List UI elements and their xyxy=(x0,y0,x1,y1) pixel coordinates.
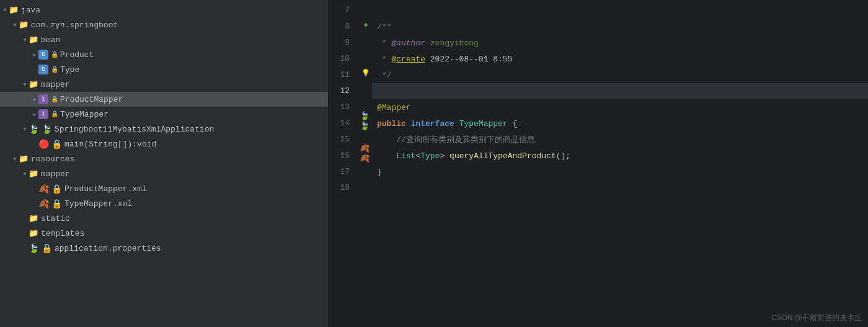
xml-icon-tmxml2: 🔒 xyxy=(51,199,62,209)
tree-item-resources[interactable]: 📁 resources xyxy=(0,151,328,166)
class-icon-productmapper: I xyxy=(38,94,48,104)
xml-icon-pmxml: 🍂 xyxy=(38,184,49,194)
gutter-9 xyxy=(360,32,372,48)
ln-16: 16 xyxy=(329,148,355,164)
label-productmapperxml: ProductMapper.xml xyxy=(64,184,147,194)
label-typemapper: TypeMapper xyxy=(60,110,108,119)
code-line-14: public interface TypeMapper { xyxy=(372,115,868,132)
code-token-10-1: * xyxy=(377,55,391,64)
gutter-17 xyxy=(360,161,372,177)
ln-14: 14 xyxy=(329,115,355,132)
folder-icon-static: 📁 xyxy=(29,213,38,223)
chevron-resources xyxy=(12,154,19,164)
ln-10: 10 xyxy=(329,51,355,67)
tree-item-product[interactable]: C 🔒 Product xyxy=(0,47,328,62)
gutter-14: 🍃🍃 xyxy=(360,113,372,129)
spring-icon-app2: 🍃 xyxy=(42,124,52,135)
code-lines[interactable]: /** * @author zengyihong * @create 2022-… xyxy=(372,0,868,327)
folder-icon-mapper2: 📁 xyxy=(29,169,38,179)
label-resources: resources xyxy=(31,155,74,164)
method-icon-main: 🔴 xyxy=(38,139,49,150)
method-icon-main2: 🔒 xyxy=(51,139,62,150)
chevron-productmapper xyxy=(32,94,38,104)
access-icon-productmapper: 🔒 xyxy=(51,96,58,103)
code-line-13: @Mapper xyxy=(372,99,868,115)
code-token-17-1: } xyxy=(377,168,382,177)
chevron-springapp xyxy=(22,124,29,134)
code-token-14-3: TypeMapper xyxy=(459,119,508,128)
tree-item-appprops[interactable]: 🍃 🔒 application.properties xyxy=(0,241,328,256)
tree-item-mapper2[interactable]: 📁 mapper xyxy=(0,166,328,181)
code-token-11-1: */ xyxy=(377,71,391,80)
code-line-8: /** xyxy=(372,19,868,35)
code-line-7 xyxy=(372,2,868,19)
gutter-16: 🍂🍂 xyxy=(360,145,372,161)
code-token-15-0 xyxy=(377,135,396,145)
code-line-15: //查询所有类别及其类别下的商品信息 xyxy=(372,132,868,148)
tree-item-main[interactable]: 🔴 🔒 main(String[]):void xyxy=(0,137,328,151)
ln-12: 12 xyxy=(329,83,355,99)
tree-item-productmapper[interactable]: I 🔒 ProductMapper xyxy=(0,92,328,107)
ln-11: 11 xyxy=(329,67,355,83)
tree-item-typemapper[interactable]: I 🔒 TypeMapper xyxy=(0,107,328,122)
code-line-11: */ xyxy=(372,67,868,83)
folder-icon-com-zyh: 📁 xyxy=(19,20,29,30)
code-line-18 xyxy=(372,180,868,196)
label-java: java xyxy=(21,6,40,15)
class-icon-type: C xyxy=(38,65,48,74)
watermark: CSDN @不断前进的皮卡丘 xyxy=(771,313,862,323)
code-token-10-3: 2022--08--01 8:55 xyxy=(425,55,512,64)
tree-item-productmapperxml[interactable]: 🍂 🔒 ProductMapper.xml xyxy=(0,181,328,196)
code-token-16-4: > xyxy=(440,151,450,161)
code-token-9-3: zengyihong xyxy=(425,38,479,48)
label-type: Type xyxy=(60,65,79,74)
label-mapper2: mapper xyxy=(41,169,70,179)
ln-18: 18 xyxy=(329,180,355,196)
access-icon-product: 🔒 xyxy=(51,51,58,58)
tree-item-com-zyh[interactable]: 📁 com.zyh.springboot xyxy=(0,17,328,32)
chevron-mapper xyxy=(22,79,29,89)
gutter-18 xyxy=(360,177,372,194)
folder-icon-java: 📁 xyxy=(9,5,19,15)
code-line-10: * @create 2022--08--01 8:55 xyxy=(372,51,868,67)
tree-item-static[interactable]: 📁 static xyxy=(0,211,328,226)
label-appprops: application.properties xyxy=(55,244,161,253)
tree-item-typemapperxml[interactable]: 🍂 🔒 TypeMapper.xml xyxy=(0,196,328,211)
label-templates: templates xyxy=(41,229,84,238)
chevron-java xyxy=(2,5,9,15)
label-main: main(String[]):void xyxy=(64,140,156,149)
code-token-9-2: @author xyxy=(391,38,425,48)
tree-item-mapper[interactable]: 📁 mapper xyxy=(0,77,328,92)
class-icon-product: C xyxy=(38,50,48,60)
code-line-12 xyxy=(372,83,868,99)
chevron-product xyxy=(32,50,38,60)
code-line-17: } xyxy=(372,164,868,180)
gutter-7 xyxy=(360,0,372,16)
folder-icon-templates: 📁 xyxy=(29,228,38,238)
line-numbers: 7 8 9 10 11 12 13 14 15 16 17 18 xyxy=(329,0,360,327)
chevron-bean xyxy=(22,35,29,45)
label-mapper: mapper xyxy=(41,80,70,89)
tree-item-type[interactable]: C 🔒 Type xyxy=(0,62,328,77)
gutter-8: ◆ xyxy=(360,16,372,32)
spring-icon-app: 🍃 xyxy=(29,124,39,135)
label-springapp: Springboot11MybatisXmlApplication xyxy=(55,125,214,134)
tree-item-bean[interactable]: 📁 bean xyxy=(0,32,328,47)
gutter-10 xyxy=(360,48,372,65)
folder-icon-mapper: 📁 xyxy=(29,79,38,89)
code-token-15-1: //查询所有类别及其类别下的商品信息 xyxy=(396,134,535,145)
code-token-13-1: @Mapper xyxy=(377,103,411,112)
code-token-16-1: List xyxy=(396,151,415,161)
folder-icon-bean: 📁 xyxy=(29,35,38,45)
code-token-16-6: (); xyxy=(556,151,570,161)
label-bean: bean xyxy=(41,35,60,45)
tree-item-templates[interactable]: 📁 templates xyxy=(0,226,328,241)
tree-item-java[interactable]: 📁 java xyxy=(0,2,328,17)
file-tree: 📁 java 📁 com.zyh.springboot 📁 bean C 🔒 P… xyxy=(0,0,329,327)
tree-item-springapp[interactable]: 🍃 🍃 Springboot11MybatisXmlApplication xyxy=(0,122,328,137)
gutter-11: 💡 xyxy=(360,65,372,81)
ln-15: 15 xyxy=(329,132,355,148)
code-token-14-1: public xyxy=(377,119,411,128)
class-icon-typemapper: I xyxy=(38,109,48,119)
chevron-mapper2 xyxy=(22,169,29,179)
